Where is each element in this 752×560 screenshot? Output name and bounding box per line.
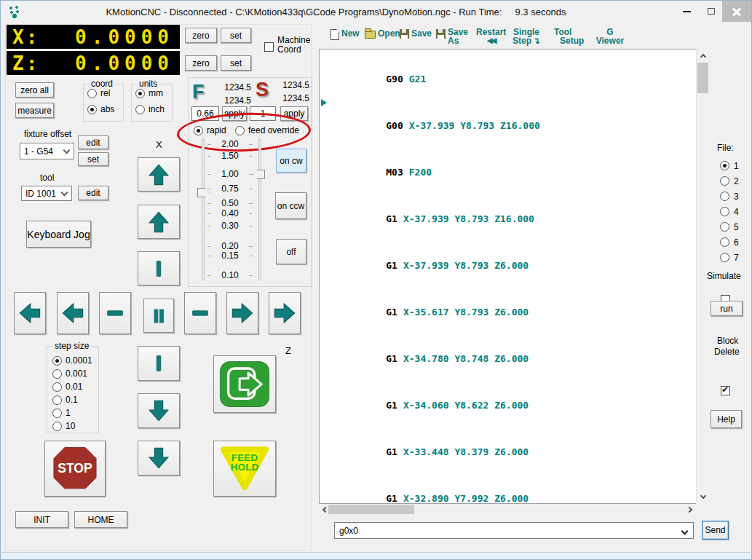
toolbar-restart-button[interactable]: Restart ◀◀: [476, 28, 506, 45]
cycle-start-button[interactable]: [213, 355, 276, 413]
jog-x-minus-fast-button[interactable]: [138, 441, 180, 476]
file-radio[interactable]: [720, 176, 729, 186]
jog-x-plus-slow-button[interactable]: [138, 205, 180, 239]
mdi-command-combobox[interactable]: g0x0: [334, 522, 694, 539]
jog-z-plus-slow-button[interactable]: [226, 292, 258, 334]
step-size-radio[interactable]: [52, 422, 62, 431]
scroll-up-button[interactable]: [697, 50, 708, 61]
units-inch-option[interactable]: inch: [135, 104, 165, 114]
jog-z-plus-step-button[interactable]: [184, 292, 216, 334]
units-mm-option[interactable]: mm: [135, 88, 163, 98]
jog-z-minus-fast-button[interactable]: [14, 292, 46, 334]
toolbar-tool-setup-button[interactable]: Tool Setup: [554, 28, 584, 45]
maximize-button[interactable]: [700, 1, 722, 22]
toolbar-single-step-button[interactable]: Single Step↴: [512, 28, 540, 45]
file-radio[interactable]: [720, 192, 729, 201]
jog-z-minus-slow-button[interactable]: [57, 292, 89, 334]
file-radio-option[interactable]: 3: [720, 189, 739, 204]
step-size-radio[interactable]: [52, 382, 62, 392]
block-delete-checkbox[interactable]: [721, 386, 730, 395]
title-bar[interactable]: KMotionCNC - Disconnected - C:\KMotion43…: [1, 1, 751, 23]
step-size-radio[interactable]: [52, 356, 62, 366]
file-radio[interactable]: [720, 237, 729, 247]
scroll-down-button[interactable]: [697, 492, 708, 502]
step-size-option[interactable]: 0.1: [52, 393, 92, 406]
step-size-option[interactable]: 0.001: [52, 367, 92, 380]
step-size-option[interactable]: 10: [52, 419, 92, 433]
scroll-right-button[interactable]: [685, 504, 696, 515]
step-size-radio[interactable]: [52, 409, 62, 418]
toolbar-g-viewer-button[interactable]: G Viewer: [593, 28, 627, 45]
coord-abs-radio[interactable]: [87, 105, 97, 114]
units-inch-radio[interactable]: [135, 105, 145, 114]
coord-abs-option[interactable]: abs: [87, 104, 114, 114]
jog-x-minus-slow-button[interactable]: [138, 393, 180, 428]
spindle-input[interactable]: [250, 106, 276, 121]
feed-override-radio[interactable]: [235, 126, 245, 135]
file-radio-option[interactable]: 6: [720, 234, 739, 250]
home-button[interactable]: HOME: [74, 511, 127, 528]
toolbar-new-button[interactable]: New: [331, 29, 360, 40]
machine-coord-checkbox[interactable]: [264, 42, 274, 52]
vertical-scroll-thumb[interactable]: [697, 63, 708, 93]
file-radio-option[interactable]: 5: [720, 219, 739, 234]
help-button[interactable]: Help: [711, 410, 742, 428]
spindle-off-button[interactable]: off: [276, 239, 306, 264]
tool-edit-button[interactable]: edit: [78, 186, 108, 200]
spindle-slider-track[interactable]: [258, 139, 261, 280]
feed-hold-button[interactable]: FEED HOLD: [213, 441, 276, 497]
spindle-on-ccw-button[interactable]: on ccw: [275, 192, 306, 219]
fixture-edit-button[interactable]: edit: [78, 135, 108, 149]
feedrate-input[interactable]: [191, 106, 219, 121]
rapid-radio[interactable]: [194, 126, 203, 135]
gcode-editor[interactable]: G90G21 G00X-37.939 Y8.793 Z16.000 M03F20…: [319, 49, 697, 504]
set-x-button[interactable]: set: [221, 28, 251, 43]
set-z-button[interactable]: set: [221, 55, 251, 71]
fixture-set-button[interactable]: set: [78, 152, 108, 166]
coord-rel-radio[interactable]: [87, 89, 97, 98]
keyboard-jog-button[interactable]: Keyboard Jog: [26, 221, 91, 248]
zero-x-button[interactable]: zero: [185, 28, 217, 43]
jog-z-plus-fast-button[interactable]: [269, 292, 301, 334]
file-radio-option[interactable]: 4: [720, 204, 739, 219]
file-radio-option[interactable]: 7: [720, 250, 739, 265]
step-size-option[interactable]: 0.0001: [52, 354, 92, 367]
rapid-option[interactable]: rapid: [194, 125, 226, 135]
coord-rel-option[interactable]: rel: [87, 88, 110, 98]
step-size-radio[interactable]: [52, 369, 62, 379]
pause-button[interactable]: [143, 299, 174, 333]
zero-z-button[interactable]: zero: [185, 55, 217, 71]
run-button[interactable]: run: [711, 301, 743, 316]
jog-x-stop-button[interactable]: [138, 251, 180, 285]
step-size-option[interactable]: 1: [52, 406, 92, 419]
spindle-on-cw-button[interactable]: on cw: [276, 149, 306, 173]
gcode-text[interactable]: G90G21 G00X-37.939 Y8.793 Z16.000 M03F20…: [320, 50, 696, 503]
toolbar-open-button[interactable]: Open: [365, 29, 400, 39]
horizontal-scroll-thumb[interactable]: [328, 505, 414, 514]
file-radio[interactable]: [720, 161, 729, 170]
toolbar-save-button[interactable]: Save: [400, 29, 432, 39]
jog-x-minus-stop-button[interactable]: [138, 346, 180, 381]
jog-z-minus-step-button[interactable]: [99, 292, 131, 334]
jog-x-plus-fast-button[interactable]: [138, 157, 180, 192]
file-radio[interactable]: [720, 207, 729, 216]
file-radio[interactable]: [720, 222, 729, 232]
fixture-offset-select[interactable]: 1 - G54: [20, 143, 74, 159]
zero-all-button[interactable]: zero all: [15, 82, 54, 98]
units-mm-radio[interactable]: [135, 89, 145, 98]
toolbar-save-as-button[interactable]: Save As: [436, 28, 468, 45]
minimize-button[interactable]: [676, 1, 697, 22]
feed-override-option[interactable]: feed override: [235, 125, 299, 135]
stop-button[interactable]: STOP: [44, 441, 106, 497]
close-button[interactable]: [722, 1, 751, 22]
step-size-radio[interactable]: [52, 395, 62, 405]
spindle-apply-button[interactable]: apply: [280, 106, 308, 121]
feedrate-apply-button[interactable]: apply: [222, 106, 247, 121]
file-radio[interactable]: [720, 253, 729, 262]
file-radio-option[interactable]: 1: [720, 158, 739, 173]
file-radio-option[interactable]: 2: [720, 173, 739, 189]
feedrate-slider-track[interactable]: [202, 139, 205, 280]
send-button[interactable]: Send: [702, 521, 729, 540]
init-button[interactable]: INIT: [15, 511, 68, 528]
gcode-horizontal-scrollbar[interactable]: [319, 504, 696, 515]
